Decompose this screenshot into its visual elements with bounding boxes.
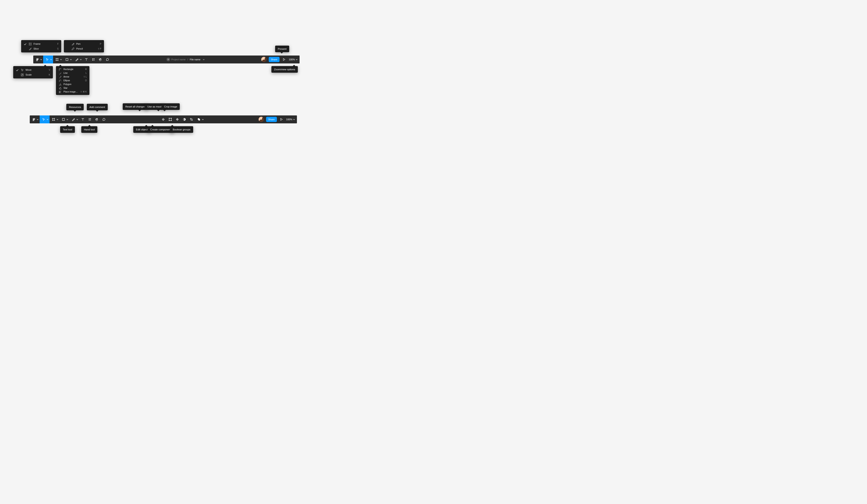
present-button[interactable] <box>280 55 288 63</box>
arrow-icon <box>58 75 62 79</box>
zoom-value: 100% <box>286 118 292 121</box>
tooltip-present: Present <box>275 46 289 52</box>
zoom-value: 100% <box>289 58 295 61</box>
avatar[interactable] <box>261 57 267 62</box>
edit-object-button[interactable] <box>167 116 174 124</box>
scale-icon <box>20 73 24 76</box>
square-icon <box>61 117 66 122</box>
pen-tool-button[interactable] <box>69 116 79 124</box>
move-tool-button[interactable] <box>40 116 50 124</box>
shape-tool-button[interactable] <box>60 116 69 124</box>
menu-item-frame[interactable]: Frame F <box>21 41 61 46</box>
hand-icon <box>94 117 99 122</box>
menu-item-move[interactable]: Move V <box>13 67 53 72</box>
check-icon <box>23 43 26 45</box>
cursor-icon <box>41 117 46 122</box>
text-tool-button[interactable] <box>83 55 90 63</box>
reset-all-button[interactable] <box>160 116 167 124</box>
play-icon <box>281 57 287 62</box>
zoom-dropdown[interactable]: 100% <box>285 118 297 121</box>
pen-icon <box>71 42 74 46</box>
shape-tool-button[interactable] <box>63 55 73 63</box>
resources-icon <box>91 57 96 62</box>
square-icon <box>58 68 62 71</box>
avatar[interactable] <box>259 117 264 122</box>
menu-arrow <box>67 51 70 52</box>
chevron-down-icon <box>80 58 82 60</box>
menu-item-arrow[interactable]: Arrow ⇧ L <box>56 75 89 79</box>
menu-item-slice[interactable]: Slice S <box>21 46 61 51</box>
menu-item-polygon[interactable]: Polygon <box>56 82 89 86</box>
chevron-down-icon <box>50 58 52 60</box>
chevron-down-icon <box>60 58 62 60</box>
menu-item-rectangle[interactable]: Rectangle R <box>56 67 89 71</box>
toolbar-primary: ✦ Project name / File name Share 100% <box>33 55 300 63</box>
image-icon <box>58 90 62 94</box>
hand-tool-button[interactable] <box>93 116 100 124</box>
hand-icon <box>98 57 103 62</box>
text-icon <box>80 117 85 122</box>
share-button[interactable]: Share <box>266 117 277 122</box>
tooltip-boolean-groups: Boolean groups <box>170 126 193 133</box>
zoom-dropdown[interactable]: 100% <box>288 58 300 61</box>
chevron-down-icon <box>40 58 42 60</box>
crop-image-button[interactable] <box>188 116 195 124</box>
pen-icon <box>71 117 76 122</box>
pen-tool-menu: Pen P Pencil ⇧ P <box>64 40 104 52</box>
menu-arrow <box>44 65 46 66</box>
chevron-down-icon <box>203 58 204 61</box>
resources-button[interactable] <box>90 55 97 63</box>
menu-item-ellipse[interactable]: Ellipse O <box>56 79 89 82</box>
slice-icon <box>28 47 32 51</box>
tooltip-add-comment: Add comment <box>87 104 108 110</box>
comment-icon <box>101 117 107 122</box>
chevron-down-icon <box>296 58 297 60</box>
tooltip-text-tool: Text tool <box>60 126 75 133</box>
menu-arrow <box>51 51 54 52</box>
share-button[interactable]: Share <box>269 57 279 62</box>
comment-tool-button[interactable] <box>100 116 107 124</box>
main-menu-button[interactable] <box>30 116 40 124</box>
use-as-mask-button[interactable] <box>181 116 188 124</box>
comment-tool-button[interactable] <box>104 55 111 63</box>
resources-button[interactable] <box>86 116 93 124</box>
frame-icon <box>54 57 60 62</box>
move-tool-button[interactable] <box>43 55 53 63</box>
cursor-icon <box>20 68 24 72</box>
text-tool-button[interactable] <box>79 116 86 124</box>
pen-tool-button[interactable] <box>73 55 83 63</box>
menu-arrow <box>59 65 62 66</box>
text-icon <box>84 57 89 62</box>
contrast-icon <box>182 117 187 122</box>
play-icon <box>279 117 284 122</box>
move-tool-menu: Move V Scale K <box>13 66 53 78</box>
square-icon <box>64 57 69 62</box>
comment-icon <box>105 57 110 62</box>
menu-item-star[interactable]: Star <box>56 86 89 90</box>
create-component-button[interactable] <box>174 116 181 124</box>
hand-tool-button[interactable] <box>97 55 104 63</box>
reset-icon <box>161 117 166 122</box>
menu-item-place-image[interactable]: Place image… ⇧ ⌘ K <box>56 90 89 94</box>
main-menu-button[interactable] <box>33 55 43 63</box>
menu-item-pen[interactable]: Pen P <box>64 41 104 46</box>
frame-tool-button[interactable] <box>53 55 63 63</box>
menu-item-line[interactable]: Line L <box>56 71 89 75</box>
line-icon <box>58 71 62 75</box>
tooltip-crop-image: Crop image <box>161 103 180 110</box>
edit-icon <box>168 117 173 122</box>
tooltip-create-component: Create component <box>148 126 174 133</box>
frame-icon <box>51 117 56 122</box>
menu-item-pencil[interactable]: Pencil ⇧ P <box>64 46 104 51</box>
chevron-down-icon <box>202 118 204 120</box>
boolean-groups-button[interactable] <box>195 116 205 124</box>
present-button[interactable] <box>278 116 285 124</box>
menu-item-scale[interactable]: Scale K <box>13 72 53 77</box>
frame-tool-menu: Frame F Slice S <box>21 40 61 52</box>
project-breadcrumb[interactable]: ✦ Project name / File name <box>167 58 204 61</box>
shape-tool-menu: Rectangle R Line L Arrow ⇧ L Ellipse O P… <box>56 66 89 95</box>
cursor-icon <box>44 57 50 62</box>
resources-icon <box>87 117 93 122</box>
tooltip-resources: Resources <box>66 104 84 110</box>
frame-tool-button[interactable] <box>50 116 60 124</box>
